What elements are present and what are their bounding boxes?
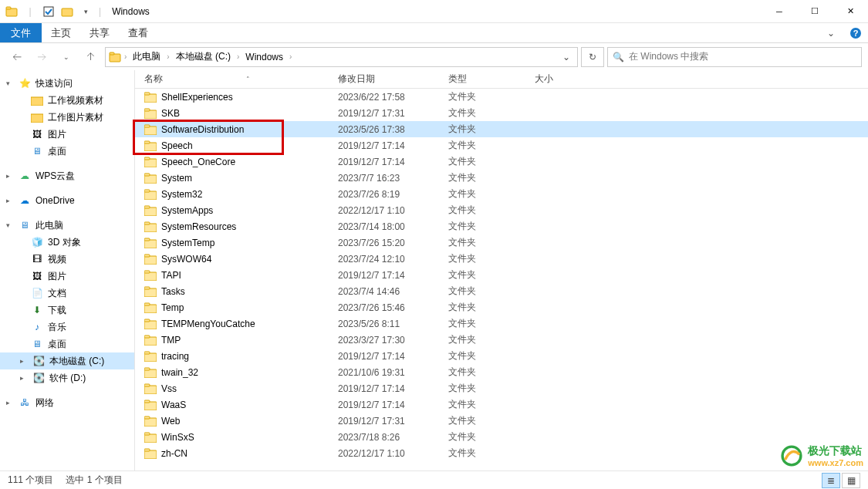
history-dropdown[interactable]: ⌄: [56, 46, 77, 68]
table-row[interactable]: SystemResources2023/7/14 18:00文件夹: [135, 218, 868, 234]
qat-dropdown-icon[interactable]: ▾: [77, 3, 94, 20]
back-button[interactable]: 🡠: [6, 46, 28, 68]
svg-rect-53: [144, 433, 150, 435]
sidebar-onedrive[interactable]: ▸☁OneDrive: [0, 192, 134, 209]
sidebar-drive-d[interactable]: ▸💽软件 (D:): [0, 369, 134, 386]
svg-rect-18: [144, 159, 157, 167]
sidebar-network[interactable]: ▸🖧网络: [0, 394, 134, 411]
chevron-right-icon[interactable]: ›: [235, 52, 241, 61]
file-tab[interactable]: 文件: [0, 23, 42, 42]
table-row[interactable]: SysWOW642023/7/24 12:10文件夹: [135, 251, 868, 267]
maximize-button[interactable]: ☐: [797, 0, 833, 23]
svg-rect-15: [144, 125, 150, 127]
table-row[interactable]: WinSxS2023/7/18 8:26文件夹: [135, 429, 868, 445]
minimize-button[interactable]: ─: [762, 0, 797, 23]
svg-rect-8: [31, 97, 43, 106]
table-row[interactable]: TMP2023/3/27 17:30文件夹: [135, 332, 868, 348]
table-row[interactable]: twain_322021/10/6 19:31文件夹: [135, 364, 868, 380]
tab-view[interactable]: 查看: [119, 23, 157, 42]
table-row[interactable]: Web2019/12/7 17:31文件夹: [135, 413, 868, 429]
close-button[interactable]: ✕: [833, 0, 868, 23]
file-type: 文件夹: [444, 252, 530, 265]
table-row[interactable]: TEMPMengYouCatche2023/5/26 8:11文件夹: [135, 315, 868, 332]
checkbox-icon[interactable]: [40, 3, 57, 20]
svg-rect-34: [144, 288, 157, 297]
svg-rect-49: [144, 400, 150, 403]
chevron-right-icon[interactable]: ›: [288, 52, 293, 61]
table-row[interactable]: Speech2019/12/7 17:14文件夹: [135, 137, 868, 153]
window-title: Windows: [112, 6, 150, 17]
table-row[interactable]: WaaS2019/12/7 17:14文件夹: [135, 396, 868, 413]
table-row[interactable]: Tasks2023/7/4 14:46文件夹: [135, 283, 868, 299]
forward-button[interactable]: 🡢: [31, 46, 52, 68]
column-size[interactable]: 大小: [530, 73, 592, 86]
sidebar-item[interactable]: 🖥桌面: [0, 143, 134, 160]
file-name: tracing: [161, 351, 189, 362]
column-date[interactable]: 修改日期: [333, 73, 444, 86]
sidebar-quick-access[interactable]: ▾⭐快速访问: [0, 75, 134, 92]
table-row[interactable]: Vss2019/12/7 17:14文件夹: [135, 380, 868, 396]
sidebar-item[interactable]: ⬇下载: [0, 302, 134, 319]
table-row[interactable]: tracing2019/12/7 17:14文件夹: [135, 348, 868, 364]
sidebar-item[interactable]: 工作视频素材: [0, 92, 134, 109]
file-date: 2021/10/6 19:31: [333, 367, 444, 378]
table-row[interactable]: ShellExperiences2023/6/22 17:58文件夹: [135, 89, 868, 105]
table-row[interactable]: SKB2019/12/7 17:31文件夹: [135, 105, 868, 121]
sidebar-drive-c[interactable]: ▸💽本地磁盘 (C:): [0, 352, 134, 369]
folder-icon: [144, 253, 157, 265]
svg-rect-12: [144, 110, 157, 119]
refresh-button[interactable]: ↻: [581, 47, 604, 67]
file-date: 2019/12/7 17:14: [333, 383, 444, 394]
column-type[interactable]: 类型: [444, 73, 530, 86]
svg-rect-42: [144, 353, 157, 362]
search-input[interactable]: 🔍 在 Windows 中搜索: [607, 47, 862, 67]
table-row[interactable]: TAPI2019/12/7 17:14文件夹: [135, 267, 868, 283]
breadcrumb[interactable]: Windows: [242, 52, 286, 62]
sidebar-item[interactable]: ♪音乐: [0, 319, 134, 336]
folder-icon: [144, 399, 157, 411]
sidebar-this-pc[interactable]: ▾🖥此电脑: [0, 217, 134, 234]
sidebar-item[interactable]: 🖼图片: [0, 126, 134, 143]
column-name[interactable]: 名称˄: [135, 73, 333, 86]
details-view-button[interactable]: ≣: [822, 473, 840, 488]
table-row[interactable]: zh-CN2022/12/17 1:10文件夹: [135, 445, 868, 461]
qat-folder-icon[interactable]: [59, 3, 76, 20]
table-row[interactable]: SystemApps2022/12/17 1:10文件夹: [135, 202, 868, 218]
address-bar[interactable]: › 此电脑 › 本地磁盘 (C:) › Windows › ⌄: [105, 47, 578, 67]
tab-share[interactable]: 共享: [80, 23, 119, 42]
svg-rect-50: [144, 418, 157, 427]
sidebar-item[interactable]: 工作图片素材: [0, 109, 134, 126]
sidebar-wps[interactable]: ▸☁WPS云盘: [0, 167, 134, 184]
tab-home[interactable]: 主页: [42, 23, 80, 42]
up-button[interactable]: 🡡: [80, 46, 102, 68]
file-name: SysWOW64: [161, 254, 211, 265]
table-row[interactable]: System322023/7/26 8:19文件夹: [135, 186, 868, 202]
table-row[interactable]: SoftwareDistribution2023/5/26 17:38文件夹: [135, 121, 868, 137]
drive-icon: 💽: [32, 372, 45, 384]
thumbnails-view-button[interactable]: ▦: [842, 473, 860, 488]
chevron-right-icon[interactable]: ›: [165, 52, 171, 61]
chevron-right-icon[interactable]: ›: [123, 52, 128, 61]
sidebar-item[interactable]: 🖥桌面: [0, 336, 134, 352]
table-row[interactable]: Speech_OneCore2019/12/7 17:14文件夹: [135, 153, 868, 170]
address-dropdown-icon[interactable]: ⌄: [559, 52, 574, 62]
ribbon-expand-icon[interactable]: ⌄: [819, 23, 843, 42]
svg-rect-19: [144, 157, 150, 160]
sidebar-item[interactable]: 🧊3D 对象: [0, 234, 134, 251]
file-type: 文件夹: [444, 236, 530, 249]
sidebar-item[interactable]: 📄文档: [0, 285, 134, 302]
sidebar-item[interactable]: 🎞视频: [0, 251, 134, 268]
svg-rect-22: [144, 191, 157, 200]
help-icon[interactable]: ?: [843, 23, 868, 42]
breadcrumb[interactable]: 本地磁盘 (C:): [173, 50, 234, 63]
sidebar-item[interactable]: 🖼图片: [0, 268, 134, 285]
table-row[interactable]: System2023/7/7 16:23文件夹: [135, 170, 868, 186]
file-date: 2023/7/7 16:23: [333, 173, 444, 184]
svg-rect-32: [144, 272, 157, 281]
svg-rect-17: [144, 141, 150, 143]
table-row[interactable]: Temp2023/7/26 15:46文件夹: [135, 299, 868, 315]
table-row[interactable]: SystemTemp2023/7/26 15:20文件夹: [135, 234, 868, 251]
file-type: 文件夹: [444, 187, 530, 201]
breadcrumb[interactable]: 此电脑: [130, 50, 164, 63]
svg-rect-25: [144, 206, 150, 208]
